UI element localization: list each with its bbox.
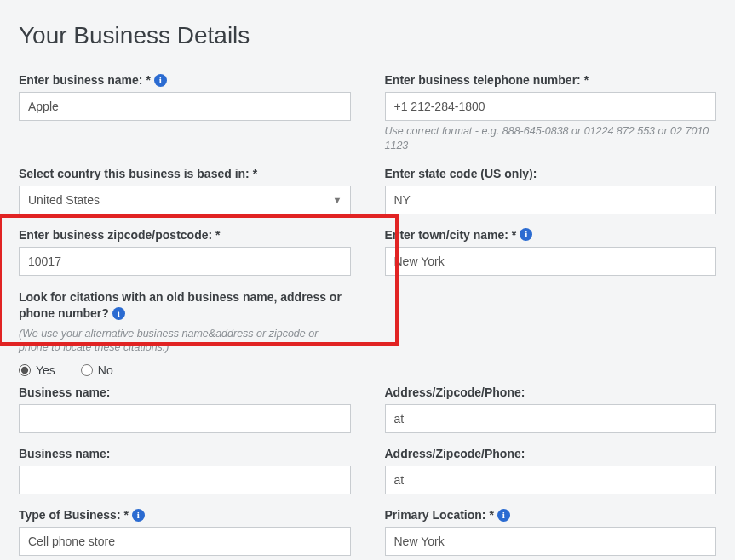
phone-input[interactable]: [385, 92, 717, 121]
type-label: Type of Business: * i: [19, 508, 351, 522]
country-label: Select country this business is based in…: [19, 167, 351, 180]
state-label: Enter state code (US only):: [385, 167, 717, 180]
info-icon[interactable]: i: [132, 509, 145, 522]
business-name-label: Enter business name: * i: [19, 73, 351, 87]
addr2-input[interactable]: [385, 466, 717, 494]
addr2-label: Address/Zipcode/Phone:: [385, 447, 717, 460]
primary-input[interactable]: [385, 527, 717, 556]
info-icon[interactable]: i: [112, 307, 125, 320]
zip-label: Enter business zipcode/postcode: *: [19, 228, 351, 242]
alt-name2-label: Business name:: [19, 447, 351, 460]
business-name-input[interactable]: [19, 92, 351, 121]
city-label: Enter town/city name: * i: [385, 228, 717, 242]
citations-yes-radio[interactable]: [19, 364, 31, 376]
citations-hint: (We use your alternative business name&a…: [19, 327, 351, 356]
phone-label: Enter business telephone number: *: [385, 73, 717, 87]
alt-name1-label: Business name:: [19, 386, 351, 399]
alt-name2-input[interactable]: [19, 466, 351, 494]
page-title: Your Business Details: [19, 22, 716, 49]
citations-yes-option[interactable]: Yes: [19, 363, 55, 377]
citations-no-option[interactable]: No: [81, 363, 113, 377]
citations-label: Look for citations with an old business …: [19, 289, 351, 322]
citations-no-radio[interactable]: [81, 364, 93, 376]
alt-name1-input[interactable]: [19, 404, 351, 433]
zip-input[interactable]: [19, 247, 351, 276]
addr1-input[interactable]: [385, 404, 717, 433]
info-icon[interactable]: i: [154, 74, 167, 87]
info-icon[interactable]: i: [520, 228, 532, 241]
info-icon[interactable]: i: [497, 509, 510, 522]
city-input[interactable]: [385, 247, 717, 276]
country-select[interactable]: [19, 186, 351, 214]
state-input[interactable]: [385, 186, 717, 214]
divider: [19, 9, 716, 9]
primary-label: Primary Location: * i: [385, 508, 717, 522]
type-input[interactable]: [19, 527, 351, 556]
phone-hint: Use correct format - e.g. 888-645-0838 o…: [385, 124, 717, 153]
addr1-label: Address/Zipcode/Phone:: [385, 386, 717, 399]
